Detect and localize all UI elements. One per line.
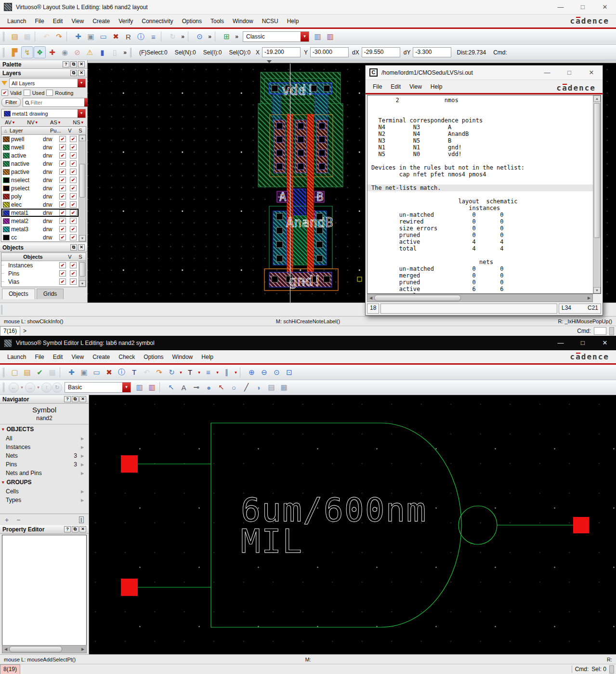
layer-visible-checkbox[interactable]: ✔ [59,193,66,199]
object-visible-checkbox[interactable]: ✔ [59,270,66,277]
layer-name[interactable]: active [11,152,43,159]
b-label[interactable]: B [316,190,323,204]
coordinate-field[interactable]: -19.200 [262,47,301,57]
layer-swatch[interactable] [3,235,10,240]
up-icon[interactable]: ↑ [41,383,52,393]
properties-icon[interactable]: ⓘ [116,366,128,378]
chevron-down-icon[interactable]: ▾ [58,120,61,125]
menu-item[interactable]: Launch [3,16,30,26]
filter-button[interactable]: Filter [1,98,21,107]
expand-arrow-icon[interactable]: ▶ [81,471,85,476]
scrollbar-end[interactable] [609,665,614,674]
dropdown-icon[interactable]: ▾ [36,382,41,394]
menu-item[interactable]: Edit [49,16,67,26]
combo-dropdown-icon[interactable]: ▾ [78,79,85,87]
coordinate-field[interactable]: -30.000 [310,47,349,57]
workspace-delete-icon[interactable]: ▥ [146,382,158,394]
column-selectable[interactable]: S [75,128,86,133]
layer-row[interactable]: elec drw ✔ ✔ [1,200,79,209]
minimize-button[interactable]: — [536,66,558,79]
menu-item[interactable]: Check [114,352,139,362]
maximize-button[interactable]: □ [572,336,594,350]
close-button[interactable]: ✕ [594,336,616,350]
select-cursor-icon[interactable]: ↖ [165,382,177,394]
stretch-icon[interactable]: ▭ [91,366,103,378]
layer-mode-button[interactable]: AS [50,119,57,125]
combo-dropdown-icon[interactable]: ▾ [122,383,131,392]
layer-row[interactable]: nactive drw ✔ ✔ [1,159,79,168]
layer-visible-checkbox[interactable]: ✔ [59,185,66,191]
layer-swatch[interactable] [3,210,10,216]
layer-name[interactable]: pselect [11,185,43,192]
redo-icon[interactable]: ↷ [153,366,165,378]
dropdown-icon[interactable]: ▾ [215,366,220,378]
help-button[interactable]: ? [63,61,69,67]
toolbar-grip[interactable] [1,305,4,315]
layer-row[interactable]: cc drw ✔ ✔ [1,233,79,241]
close-panel-button[interactable]: ✕ [78,244,85,251]
input-b-pin[interactable] [121,579,138,596]
layer-visible-checkbox[interactable]: ✔ [59,218,66,224]
maximize-button[interactable]: □ [572,0,594,14]
menu-item[interactable]: View [67,16,88,26]
layer-tap-icon[interactable]: ❖ [34,46,46,58]
layer-visible-checkbox[interactable]: ✔ [59,169,66,175]
layer-swatch[interactable] [3,177,10,183]
menu-item[interactable]: Window [228,16,258,26]
layer-name[interactable]: pactive [11,169,43,175]
scroll-down-icon[interactable]: ▼ [593,287,601,293]
layer-swatch[interactable] [3,226,10,232]
abc-label-icon[interactable]: A [178,382,190,394]
layer-name[interactable]: nactive [11,160,43,167]
workspace-combo[interactable]: Classic ▾ [243,31,309,42]
layer-swatch[interactable] [3,218,10,224]
line-icon[interactable]: ╱ [240,382,252,394]
navigator-item-label[interactable]: All [6,435,12,442]
menu-item[interactable]: Launch [3,352,30,362]
layer-name[interactable]: elec [11,201,43,208]
minimize-button[interactable]: — [550,336,572,350]
layer-selectable-checkbox[interactable]: ✔ [70,144,77,150]
delete-icon[interactable]: ✖ [103,366,115,378]
area-select-icon[interactable]: ◉ [59,46,71,58]
palette-tab[interactable]: Objects [2,289,35,299]
layer-visible-checkbox[interactable]: ✔ [59,177,66,183]
menu-item[interactable]: Options [139,352,168,362]
layer-visible-checkbox[interactable]: ✔ [59,136,66,142]
scroll-up-icon[interactable]: ▲ [79,135,86,141]
scrollbar-end[interactable] [609,327,614,335]
layer-selectable-checkbox[interactable]: ✔ [70,218,77,224]
column-selectable[interactable]: S [75,254,86,260]
column-layer[interactable]: Layer [10,128,50,133]
navigator-item[interactable]: Instances ▶ [0,443,89,451]
navigator-item-label[interactable]: Pins [6,461,17,468]
layer-selectable-checkbox[interactable]: ✔ [70,234,77,240]
rotate-icon[interactable]: ↻ [166,366,178,378]
stretch-icon[interactable]: ▭ [97,31,109,43]
chevron-down-icon[interactable]: ▾ [13,120,15,125]
object-selectable-checkbox[interactable]: ✔ [70,278,77,285]
layer-swatch[interactable] [3,185,10,191]
object-visible-checkbox[interactable]: ✔ [59,278,66,285]
scroll-left-icon[interactable]: ◀ [367,296,374,300]
open-icon[interactable]: ▤ [21,366,33,378]
new-icon[interactable]: ▢ [9,366,21,378]
object-row[interactable]: ┈ Pins ✔ ✔ [1,269,79,278]
navigator-item-label[interactable]: Types [6,497,21,503]
undo-icon[interactable]: ↶ [141,366,153,378]
layer-row[interactable]: pselect drw ✔ ✔ [1,184,79,192]
toolbar-grip[interactable] [3,383,6,392]
pane-toggle-button[interactable]: ∥ [79,516,84,523]
properties-icon[interactable]: ⓘ [135,31,147,43]
output-label[interactable]: AnandB [286,215,333,230]
navigator-item[interactable]: Types ▶ [0,496,89,504]
dock-button[interactable]: ⧉ [72,396,79,402]
dropdown-icon[interactable]: ▾ [197,366,202,378]
toolbar-grip[interactable] [3,368,6,377]
close-button[interactable]: ✕ [580,66,603,79]
refresh-icon[interactable]: ↻ [167,31,179,43]
symbol-canvas[interactable]: 6um/600nm MIL [89,395,616,654]
column-visible[interactable]: V [65,254,75,260]
menu-item[interactable]: Create [88,16,114,26]
dropdown-icon[interactable]: ▾ [233,366,238,378]
